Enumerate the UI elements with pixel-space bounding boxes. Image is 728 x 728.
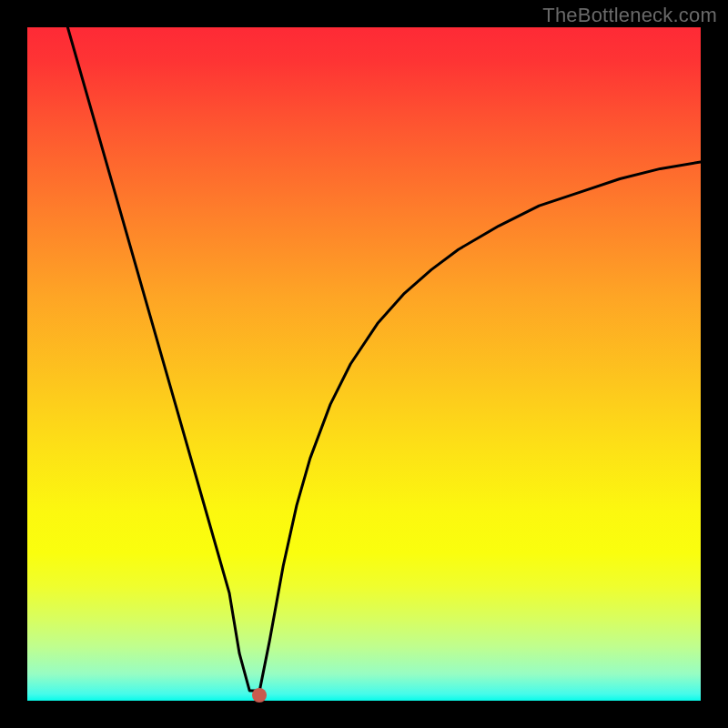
chart-frame: TheBottleneck.com — [0, 0, 728, 728]
chart-marker-dot — [252, 688, 267, 703]
watermark-text: TheBottleneck.com — [542, 4, 717, 27]
chart-curve — [27, 27, 701, 701]
chart-plot-area — [27, 27, 701, 701]
